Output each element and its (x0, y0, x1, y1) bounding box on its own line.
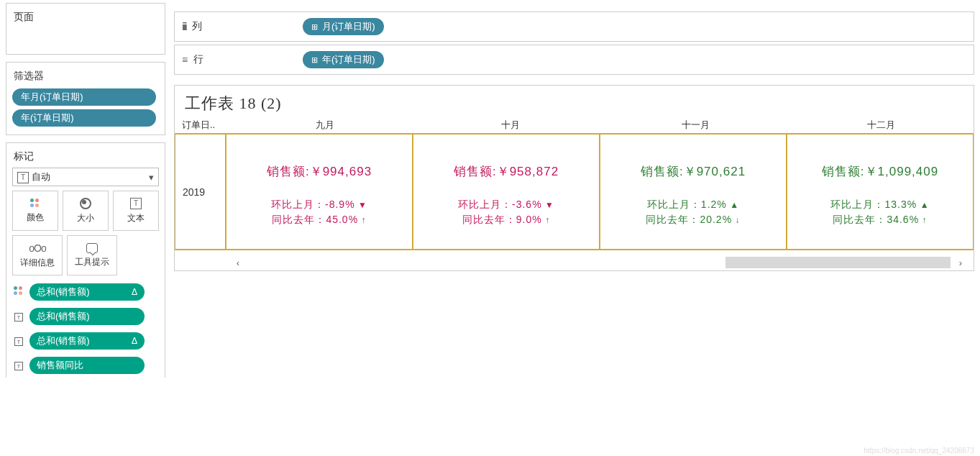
col-header-dec: 十二月 (788, 119, 974, 132)
rows-shelf[interactable]: ≡行 ⊞年(订单日期) (174, 45, 974, 75)
text-icon: T (130, 198, 142, 209)
col-header-sep: 九月 (232, 119, 418, 132)
text-mark-icon: T (14, 337, 23, 346)
mom-value: 环比上月：-8.9% ▼ (234, 197, 405, 212)
pages-panel: 页面 (6, 3, 165, 55)
sheet-title[interactable]: 工作表 18 (2) (175, 86, 974, 119)
rows-icon: ≡ (182, 54, 188, 65)
up-triangle-icon: ▲ (920, 200, 930, 210)
yoy-value: 同比去年：20.2% ↓ (608, 212, 779, 227)
marks-tooltip-button[interactable]: 工具提示 (67, 235, 117, 275)
text-mark-icon: T (14, 362, 23, 370)
mom-value: 环比上月：1.2% ▲ (608, 197, 779, 212)
down-arrow-icon: ↓ (736, 215, 741, 225)
marks-title: 标记 (12, 149, 159, 168)
sales-value: 销售额:￥970,621 (608, 163, 779, 180)
expand-icon: ⊞ (311, 22, 318, 32)
size-icon (80, 198, 91, 209)
sales-value: 销售额:￥994,693 (234, 163, 405, 180)
row-header-label: 订单日.. (182, 119, 232, 132)
marks-color-button[interactable]: 颜色 (12, 191, 58, 231)
mom-value: 环比上月：13.3% ▲ (794, 197, 966, 212)
horizontal-scrollbar[interactable]: ‹ › (175, 255, 974, 270)
sales-value: 销售额:￥958,872 (421, 163, 592, 180)
row-label-year: 2019 (175, 134, 225, 249)
marks-detail-button[interactable]: oOo 详细信息 (12, 235, 63, 275)
sales-value: 销售额:￥1,099,409 (794, 163, 966, 180)
pages-title: 页面 (12, 9, 159, 28)
col-header-oct: 十月 (418, 119, 603, 132)
up-arrow-icon: ↑ (545, 215, 550, 225)
columns-shelf[interactable]: iii列 ⊞月(订单日期) (174, 12, 974, 42)
filter-pill-year-month[interactable]: 年月(订单日期) (12, 88, 156, 106)
auto-mark-icon: T (17, 172, 29, 183)
cell-sep[interactable]: 销售额:￥994,693 环比上月：-8.9% ▼ 同比去年：45.0% ↑ (225, 134, 412, 249)
filters-title: 筛选器 (12, 68, 159, 87)
up-triangle-icon: ▲ (730, 200, 739, 210)
down-triangle-icon: ▼ (545, 200, 554, 210)
scroll-thumb[interactable] (725, 257, 951, 268)
viz-row-2019: 2019 销售额:￥994,693 环比上月：-8.9% ▼ 同比去年：45.0… (175, 133, 974, 250)
viz-canvas: 工作表 18 (2) 订单日.. 九月 十月 十一月 十二月 2019 销售额:… (174, 85, 974, 271)
filters-panel: 筛选器 年月(订单日期) 年(订单日期) (6, 62, 165, 135)
columns-pill[interactable]: ⊞月(订单日期) (303, 18, 384, 35)
marks-row-yoy[interactable]: T 销售额同比 (12, 353, 159, 378)
yoy-value: 同比去年：9.0% ↑ (421, 212, 592, 227)
down-triangle-icon: ▼ (358, 200, 367, 210)
scroll-right-icon[interactable]: › (953, 257, 968, 268)
up-arrow-icon: ↑ (362, 215, 367, 225)
cell-oct[interactable]: 销售额:￥958,872 环比上月：-3.6% ▼ 同比去年：9.0% ↑ (412, 134, 599, 249)
columns-icon: iii (182, 21, 186, 32)
col-header-nov: 十一月 (603, 119, 789, 132)
marks-text-button[interactable]: T 文本 (113, 191, 159, 231)
cell-nov[interactable]: 销售额:￥970,621 环比上月：1.2% ▲ 同比去年：20.2% ↓ (599, 134, 786, 249)
tooltip-icon (86, 243, 98, 253)
marks-size-button[interactable]: 大小 (63, 191, 109, 231)
scroll-left-icon[interactable]: ‹ (231, 257, 245, 268)
cell-dec[interactable]: 销售额:￥1,099,409 环比上月：13.3% ▲ 同比去年：34.6% ↑ (786, 134, 973, 249)
filter-pill-year[interactable]: 年(订单日期) (12, 109, 156, 127)
detail-icon: oOo (29, 242, 45, 254)
color-mark-icon (14, 286, 24, 296)
yoy-value: 同比去年：45.0% ↑ (234, 212, 405, 227)
marks-panel: 标记 T 自动 ▾ 颜色 大小 T 文本 (6, 142, 165, 378)
text-mark-icon: T (14, 313, 23, 322)
marks-row-sum-sales-color[interactable]: 总和(销售额)Δ (12, 280, 159, 304)
scroll-track[interactable] (248, 257, 951, 268)
marks-row-sum-sales-text1[interactable]: T 总和(销售额) (12, 304, 159, 329)
mom-value: 环比上月：-3.6% ▼ (421, 197, 592, 212)
color-icon (30, 199, 40, 209)
viz-header: 订单日.. 九月 十月 十一月 十二月 (175, 119, 974, 133)
yoy-value: 同比去年：34.6% ↑ (794, 212, 966, 227)
marks-row-sum-sales-text2[interactable]: T 总和(销售额)Δ (12, 329, 159, 353)
dropdown-icon: ▾ (149, 172, 154, 183)
marks-type-select[interactable]: T 自动 ▾ (12, 168, 159, 186)
expand-icon: ⊞ (311, 55, 318, 65)
rows-pill[interactable]: ⊞年(订单日期) (303, 51, 384, 68)
up-arrow-icon: ↑ (922, 215, 928, 225)
